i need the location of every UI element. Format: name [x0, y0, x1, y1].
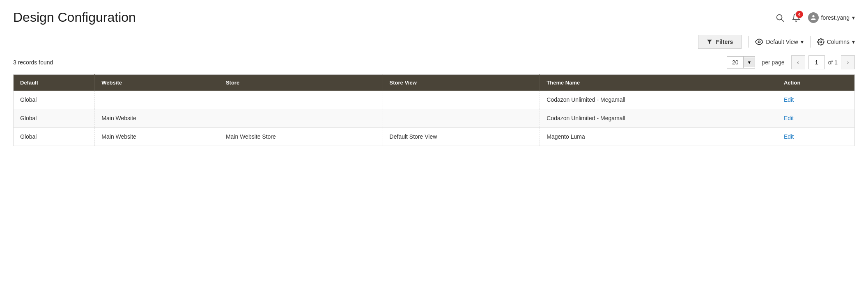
cell-default-1: Global: [14, 109, 95, 128]
cell-website-0: [95, 91, 219, 109]
cell-store-1: [219, 109, 383, 128]
search-button[interactable]: [775, 13, 784, 22]
col-store-view: Store View: [383, 75, 540, 91]
cell-action-0: Edit: [777, 91, 854, 109]
user-icon: [810, 14, 817, 21]
page-title: Design Configuration: [13, 10, 136, 25]
default-view-button[interactable]: Default View ▾: [755, 38, 803, 46]
cell-default-0: Global: [14, 91, 95, 109]
columns-label: Columns: [827, 39, 850, 45]
cell-action-1: Edit: [777, 109, 854, 128]
cell-website-2: Main Website: [95, 128, 219, 146]
gear-icon: [817, 38, 824, 46]
cell-website-1: Main Website: [95, 109, 219, 128]
search-icon: [775, 13, 784, 22]
per-page-label: per page: [762, 59, 784, 66]
col-website: Website: [95, 75, 219, 91]
svg-line-1: [781, 19, 783, 21]
edit-button-1[interactable]: Edit: [784, 115, 794, 121]
cell-store-0: [219, 91, 383, 109]
eye-icon: [755, 38, 763, 46]
svg-point-5: [820, 41, 822, 43]
user-name: forest.yang: [821, 14, 850, 21]
default-view-label: Default View: [766, 39, 798, 45]
svg-marker-3: [707, 40, 712, 44]
toolbar-divider: [748, 36, 749, 48]
cell-theme_name-1: Codazon Unlimited - Megamall: [540, 109, 777, 128]
cell-store_view-0: [383, 91, 540, 109]
cell-store_view-1: [383, 109, 540, 128]
cell-action-2: Edit: [777, 128, 854, 146]
of-label: of 1: [828, 59, 838, 66]
user-menu-chevron: ▾: [852, 14, 855, 21]
records-found: 3 records found: [13, 59, 53, 66]
page-number-input[interactable]: [808, 55, 825, 69]
toolbar-divider2: [810, 36, 811, 48]
table-row: GlobalMain WebsiteCodazon Unlimited - Me…: [14, 109, 855, 128]
data-table: Default Website Store Store View Theme N…: [13, 74, 855, 146]
col-action: Action: [777, 75, 854, 91]
avatar: [808, 12, 819, 23]
prev-page-button[interactable]: ‹: [791, 55, 805, 69]
col-theme-name: Theme Name: [540, 75, 777, 91]
user-menu-button[interactable]: forest.yang ▾: [808, 12, 855, 23]
filters-label: Filters: [716, 39, 733, 45]
col-default: Default: [14, 75, 95, 91]
default-view-chevron: ▾: [801, 39, 804, 45]
svg-point-2: [812, 15, 814, 17]
table-row: GlobalMain WebsiteMain Website StoreDefa…: [14, 128, 855, 146]
table-header-row: Default Website Store Store View Theme N…: [14, 75, 855, 91]
columns-chevron: ▾: [852, 39, 855, 45]
notification-button[interactable]: 4: [792, 13, 801, 22]
notification-badge: 4: [796, 11, 803, 18]
cell-default-2: Global: [14, 128, 95, 146]
columns-button[interactable]: Columns ▾: [817, 38, 855, 46]
edit-button-2[interactable]: Edit: [784, 133, 794, 140]
filters-button[interactable]: Filters: [698, 35, 742, 49]
per-page-select[interactable]: 20 ▼: [727, 56, 755, 69]
next-page-button[interactable]: ›: [841, 55, 855, 69]
cell-theme_name-2: Magento Luma: [540, 128, 777, 146]
col-store: Store: [219, 75, 383, 91]
edit-button-0[interactable]: Edit: [784, 96, 794, 103]
table-row: GlobalCodazon Unlimited - MegamallEdit: [14, 91, 855, 109]
cell-theme_name-0: Codazon Unlimited - Megamall: [540, 91, 777, 109]
per-page-value: 20: [727, 57, 744, 68]
svg-point-4: [758, 41, 760, 43]
filter-icon: [707, 39, 712, 45]
per-page-arrow[interactable]: ▼: [744, 57, 755, 67]
cell-store-2: Main Website Store: [219, 128, 383, 146]
cell-store_view-2: Default Store View: [383, 128, 540, 146]
